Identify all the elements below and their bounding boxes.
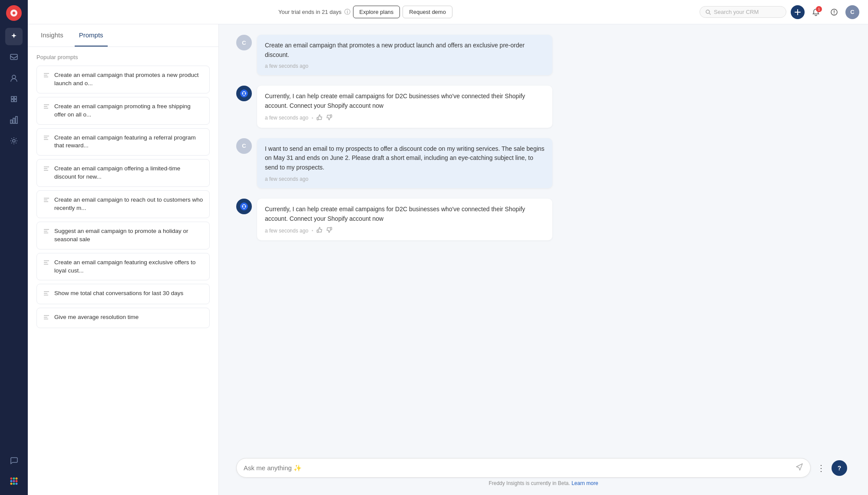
search-icon	[705, 9, 711, 15]
chat-input[interactable]	[244, 464, 791, 472]
more-options-button[interactable]: ⋮	[815, 463, 827, 473]
add-button[interactable]	[791, 5, 805, 19]
message-bubble-1: Create an email campaign that promotes a…	[257, 35, 552, 75]
sidebar-item-inbox[interactable]	[5, 49, 23, 66]
svg-point-18	[240, 90, 248, 97]
notification-badge: 1	[816, 6, 822, 12]
user-avatar-msg-1: C	[236, 35, 252, 50]
tab-insights[interactable]: Insights	[36, 24, 68, 47]
svg-point-22	[242, 206, 244, 207]
prompt-icon-5	[43, 196, 50, 205]
bot-avatar-msg-2	[236, 86, 252, 101]
prompt-item-3[interactable]: Create an email campaign featuring a ref…	[36, 128, 210, 156]
learn-more-link[interactable]: Learn more	[571, 480, 598, 486]
prompt-item-6[interactable]: Suggest an email campaign to promote a h…	[36, 222, 210, 249]
svg-point-11	[13, 480, 15, 482]
prompt-icon-6	[43, 228, 50, 236]
sidebar-item-ai[interactable]	[5, 28, 23, 45]
message-text-4: Currently, I can help create email campa…	[265, 205, 545, 223]
svg-point-20	[245, 93, 246, 95]
info-icon: ⓘ	[344, 8, 350, 16]
svg-point-9	[16, 478, 18, 480]
prompt-icon-1	[43, 72, 50, 80]
sidebar	[0, 0, 28, 495]
sidebar-item-apps[interactable]	[5, 472, 23, 490]
help-button[interactable]: ?	[832, 460, 847, 476]
message-group-2: Currently, I can help create email campa…	[236, 86, 851, 127]
logo[interactable]	[6, 5, 22, 21]
svg-point-8	[13, 478, 15, 480]
prompt-icon-4	[43, 165, 50, 174]
thumbs-up-1[interactable]	[317, 114, 323, 122]
bot-avatar-msg-4	[236, 199, 252, 214]
message-row-3: C I want to send an email to my prospect…	[236, 138, 851, 188]
tabs: Insights Prompts	[28, 24, 218, 47]
tab-prompts[interactable]: Prompts	[75, 24, 108, 47]
svg-point-12	[16, 480, 18, 482]
topbar: Your trial ends in 21 days ⓘ Explore pla…	[28, 0, 868, 24]
svg-point-23	[245, 206, 246, 207]
prompt-icon-2	[43, 103, 50, 112]
chat-messages: C Create an email campaign that promotes…	[219, 24, 868, 451]
explore-plans-button[interactable]: Explore plans	[353, 6, 400, 18]
svg-rect-3	[10, 120, 12, 123]
trial-notice: Your trial ends in 21 days ⓘ Explore pla…	[36, 6, 694, 18]
prompt-text-4: Create an email campaign offering a limi…	[54, 165, 203, 181]
prompt-text-8: Show me total chat conversations for las…	[54, 289, 183, 298]
prompt-item-5[interactable]: Create an email campaign to reach out to…	[36, 190, 210, 218]
thumbs-down-2[interactable]	[326, 227, 332, 234]
time-dot-4	[312, 230, 313, 231]
prompt-item-4[interactable]: Create an email campaign offering a limi…	[36, 159, 210, 187]
svg-point-21	[240, 203, 248, 210]
prompt-item-1[interactable]: Create an email campaign that promotes a…	[36, 66, 210, 93]
svg-point-7	[10, 478, 13, 480]
message-group-1: C Create an email campaign that promotes…	[236, 35, 851, 75]
svg-point-15	[16, 483, 18, 485]
sidebar-item-settings[interactable]	[5, 132, 23, 149]
prompt-text-5: Create an email campaign to reach out to…	[54, 196, 203, 213]
chat-footer: Freddy Insights is currently in Beta. Le…	[236, 478, 851, 492]
message-time-1: a few seconds ago	[265, 63, 545, 69]
prompt-icon-3	[43, 134, 50, 143]
prompts-section: Popular prompts Create an email campaign…	[28, 47, 218, 495]
help-icon: ?	[838, 465, 842, 472]
message-bubble-3: I want to send an email to my prospects …	[257, 138, 552, 188]
message-time-3: a few seconds ago	[265, 176, 545, 182]
thumbs-down-1[interactable]	[326, 114, 332, 122]
content-area: Insights Prompts Popular prompts Create …	[28, 24, 868, 495]
alerts-button[interactable]	[827, 5, 841, 19]
sidebar-bottom	[5, 452, 23, 490]
prompt-item-9[interactable]: Give me average resolution time	[36, 308, 210, 328]
notification-bell[interactable]: 1	[809, 5, 823, 19]
prompt-text-7: Create an email campaign featuring exclu…	[54, 259, 203, 275]
topbar-right: Search your CRM 1 C	[700, 5, 859, 19]
request-demo-button[interactable]: Request demo	[403, 6, 452, 18]
sidebar-item-chat[interactable]	[5, 452, 23, 469]
prompt-text-2: Create an email campaign promoting a fre…	[54, 103, 203, 119]
message-row-1: C Create an email campaign that promotes…	[236, 35, 851, 75]
thumbs-up-2[interactable]	[317, 227, 323, 234]
prompt-item-8[interactable]: Show me total chat conversations for las…	[36, 284, 210, 304]
send-button[interactable]	[795, 463, 803, 473]
prompt-item-2[interactable]: Create an email campaign promoting a fre…	[36, 97, 210, 125]
alert-icon	[830, 8, 838, 16]
message-bubble-4: Currently, I can help create email campa…	[257, 199, 552, 240]
prompt-text-3: Create an email campaign featuring a ref…	[54, 134, 203, 150]
chat-panel: C Create an email campaign that promotes…	[219, 24, 868, 495]
user-avatar-msg-3: C	[236, 138, 252, 154]
search-bar[interactable]: Search your CRM	[700, 6, 786, 18]
svg-point-10	[10, 480, 13, 482]
prompt-item-7[interactable]: Create an email campaign featuring exclu…	[36, 253, 210, 281]
sidebar-item-contacts[interactable]	[5, 70, 23, 87]
message-group-4: Currently, I can help create email campa…	[236, 199, 851, 240]
footer-text: Freddy Insights is currently in Beta.	[488, 480, 570, 486]
sidebar-item-reports[interactable]	[5, 111, 23, 129]
chat-input-area: ⋮ ? Freddy Insights is currently in Beta…	[219, 451, 868, 495]
sidebar-item-campaigns[interactable]	[5, 90, 23, 108]
user-avatar[interactable]: C	[845, 5, 859, 19]
svg-rect-4	[13, 118, 15, 123]
extra-buttons: ⋮ ?	[815, 460, 847, 476]
message-group-3: C I want to send an email to my prospect…	[236, 138, 851, 188]
message-text-1: Create an email campaign that promotes a…	[265, 41, 545, 60]
prompt-text-6: Suggest an email campaign to promote a h…	[54, 227, 203, 244]
